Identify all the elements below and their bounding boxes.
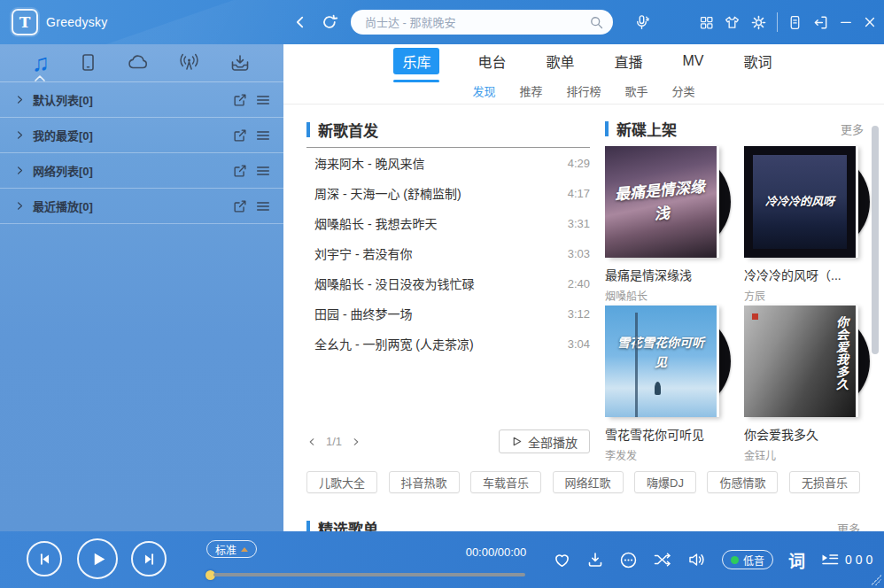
album-card[interactable]: 最痛是情深缘浅 最痛是情深缘浅 烟嗓船长	[605, 145, 738, 303]
local-music-tab[interactable]: ♫	[32, 51, 50, 75]
playlist-menu-icon[interactable]	[255, 92, 271, 108]
album-cover[interactable]: 冷冷冷的风呀	[744, 146, 856, 258]
play-all-button[interactable]: 全部播放	[499, 429, 590, 453]
mini-mode-icon[interactable]	[699, 15, 714, 30]
share-playlist-icon[interactable]	[232, 128, 248, 143]
song-row[interactable]: 海来阿木 - 晚风来信 4:29	[306, 148, 590, 178]
album-art[interactable]: 雪花雪花你可听见	[605, 305, 738, 418]
album-art[interactable]: 最痛是情深缘浅	[605, 145, 738, 259]
next-track-button[interactable]	[131, 541, 167, 576]
shuffle-icon[interactable]	[653, 551, 672, 569]
tag-internet-hits[interactable]: 网络红歌	[553, 471, 624, 493]
song-row[interactable]: 周深 - 天海一心 (舒楠监制) 4:17	[306, 178, 590, 208]
subtab-categories[interactable]: 分类	[672, 82, 695, 99]
album-card[interactable]: 你会爱我多久 你会爱我多久 金钰儿	[744, 305, 877, 462]
tag-lossless[interactable]: 无损音乐	[789, 471, 860, 493]
resize-grip[interactable]	[871, 575, 881, 585]
tag-sad-songs[interactable]: 伤感情歌	[707, 471, 778, 493]
prev-page-icon[interactable]	[306, 437, 317, 447]
chevron-right-icon[interactable]	[14, 129, 26, 141]
album-cover[interactable]: 雪花雪花你可听见	[605, 306, 717, 417]
tag-douyin-hits[interactable]: 抖音热歌	[389, 471, 460, 493]
chevron-right-icon[interactable]	[14, 94, 26, 105]
refresh-icon[interactable]	[321, 13, 338, 31]
album-title[interactable]: 雪花雪花你可听见	[605, 425, 738, 443]
bass-mode-toggle[interactable]: 低音	[722, 550, 773, 569]
more-options-icon[interactable]	[619, 551, 638, 569]
back-icon[interactable]	[292, 14, 308, 30]
more-featured-link[interactable]: 更多	[837, 520, 860, 532]
song-row[interactable]: 烟嗓船长 - 我想去昨天 3:31	[306, 208, 590, 238]
album-title[interactable]: 最痛是情深缘浅	[605, 266, 738, 283]
favorite-heart-icon[interactable]	[553, 551, 571, 569]
song-row[interactable]: 刘宇宁 - 若没有你 3:03	[306, 238, 590, 268]
album-cover[interactable]: 你会爱我多久	[744, 306, 856, 417]
download-tab[interactable]	[229, 51, 252, 74]
playlist-panel-icon[interactable]	[787, 14, 803, 31]
titlebar-divider	[777, 12, 778, 32]
album-cover[interactable]: 最痛是情深缘浅	[605, 146, 717, 258]
download-icon[interactable]	[586, 551, 604, 569]
settings-gear-icon[interactable]	[750, 14, 767, 31]
song-row[interactable]: 田园 - 曲终梦一场 3:12	[306, 298, 590, 329]
tag-dj[interactable]: 嗨爆DJ	[634, 471, 696, 493]
sidebar-item-my-favorites[interactable]: 我的最爱[0]	[0, 118, 283, 153]
song-row[interactable]: 全幺九 - 一别两宽 (人走茶凉) 3:04	[306, 329, 590, 359]
subtab-artists[interactable]: 歌手	[625, 82, 648, 99]
tab-live[interactable]: 直播	[613, 48, 645, 74]
previous-track-button[interactable]	[27, 541, 62, 576]
tab-radio[interactable]: 电台	[476, 48, 508, 74]
cloud-tab[interactable]	[126, 51, 150, 74]
play-button[interactable]	[77, 538, 118, 579]
sidebar-item-default-list[interactable]: 默认列表[0]	[0, 82, 283, 118]
search-icon[interactable]	[589, 15, 604, 30]
more-albums-link[interactable]: 更多	[841, 120, 864, 137]
album-art[interactable]: 冷冷冷的风呀	[744, 145, 877, 259]
device-tab[interactable]	[77, 51, 98, 74]
playlist-menu-icon[interactable]	[255, 163, 271, 179]
search-input[interactable]	[365, 16, 589, 29]
share-playlist-icon[interactable]	[232, 198, 248, 214]
scrollbar-thumb[interactable]	[872, 126, 879, 354]
sidebar-item-recently-played[interactable]: 最近播放[0]	[0, 189, 283, 224]
chevron-right-icon[interactable]	[14, 165, 26, 176]
quality-selector[interactable]: 标准	[206, 540, 257, 558]
tab-playlists[interactable]: 歌单	[544, 48, 576, 74]
subtab-recommend[interactable]: 推荐	[519, 82, 542, 99]
search-box[interactable]	[351, 10, 613, 35]
playlist-menu-icon[interactable]	[255, 198, 271, 214]
skin-icon[interactable]	[724, 14, 741, 31]
album-artist[interactable]: 金钰儿	[744, 447, 877, 462]
tab-lyrics[interactable]: 歌词	[742, 48, 774, 74]
play-queue-button[interactable]: 000	[820, 552, 876, 568]
lyrics-toggle-button[interactable]: 词	[788, 548, 805, 572]
share-playlist-icon[interactable]	[232, 92, 248, 108]
playlist-menu-icon[interactable]	[255, 128, 271, 143]
chevron-right-icon[interactable]	[14, 200, 26, 212]
share-playlist-icon[interactable]	[232, 163, 248, 179]
next-page-icon[interactable]	[351, 437, 361, 447]
album-artist[interactable]: 李发发	[605, 447, 738, 462]
exit-icon[interactable]	[812, 14, 829, 31]
close-icon[interactable]	[863, 15, 877, 29]
subtab-charts[interactable]: 排行榜	[566, 82, 601, 99]
radio-tab[interactable]	[177, 51, 201, 74]
album-title[interactable]: 你会爱我多久	[744, 425, 877, 443]
tag-children-songs[interactable]: 儿歌大全	[306, 471, 377, 493]
tag-car-music[interactable]: 车载音乐	[470, 471, 541, 493]
tab-music-library[interactable]: 乐库	[393, 48, 439, 74]
song-row[interactable]: 烟嗓船长 - 没日没夜为钱忙碌 2:40	[306, 268, 590, 298]
volume-icon[interactable]	[687, 551, 707, 569]
album-card[interactable]: 雪花雪花你可听见 雪花雪花你可听见 李发发	[605, 305, 738, 462]
sidebar-item-network-list[interactable]: 网络列表[0]	[0, 153, 283, 189]
album-title[interactable]: 冷冷冷的风呀（...	[744, 266, 877, 283]
progress-slider-track[interactable]	[213, 573, 525, 576]
album-artist[interactable]: 方辰	[744, 288, 877, 303]
album-card[interactable]: 冷冷冷的风呀 冷冷冷的风呀（... 方辰	[744, 145, 877, 303]
album-artist[interactable]: 烟嗓船长	[605, 288, 738, 303]
subtab-discover[interactable]: 发现	[472, 82, 495, 99]
album-art[interactable]: 你会爱我多久	[744, 305, 877, 418]
tab-mv[interactable]: MV	[681, 50, 706, 72]
voice-search-icon[interactable]	[632, 13, 651, 32]
minimize-icon[interactable]	[839, 15, 853, 29]
